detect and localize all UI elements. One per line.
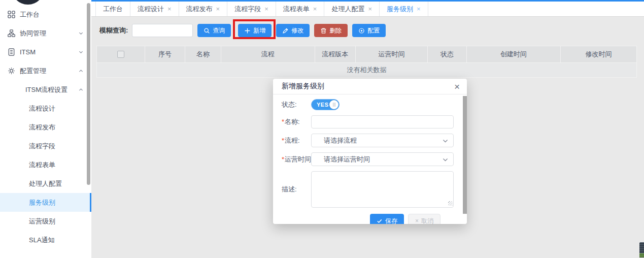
sidebar-nav: 工作台 协同管理 ITSM (0, 0, 91, 249)
org-icon (7, 29, 15, 38)
sidebar-item-flow-forms[interactable]: 流程表单 (0, 155, 91, 174)
op-time-select[interactable]: 请选择运营时间 (311, 152, 454, 166)
sidebar: 工作台 协同管理 ITSM (0, 0, 91, 258)
close-icon[interactable]: × (167, 6, 172, 12)
sidebar-item-label: ITSM流程设置 (25, 85, 67, 94)
toolbar: 模糊查询: 查询 新增 (91, 17, 644, 37)
tab-label: 流程发布 (186, 5, 213, 14)
sidebar-item-label: 配置管理 (20, 67, 46, 76)
op-time-label: *运营时间: (282, 155, 311, 164)
column-header-created: 创建时间 (466, 46, 560, 63)
close-icon[interactable]: × (264, 6, 268, 12)
tab-flow-forms[interactable]: 流程表单 × (276, 2, 325, 16)
flow-select-placeholder: 请选择流程 (324, 136, 357, 145)
description-field-row: 描述: (282, 171, 454, 208)
config-button[interactable]: 配置 (352, 24, 386, 37)
sidebar-item-label: 流程设计 (29, 104, 55, 113)
delete-button[interactable]: 删除 (314, 24, 348, 37)
sidebar-item-flow-design[interactable]: 流程设计 (0, 99, 91, 118)
op-time-select-placeholder: 请选择运营时间 (324, 155, 370, 164)
tab-label: 流程字段 (234, 5, 261, 14)
close-icon[interactable]: × (368, 6, 372, 12)
status-label: 状态: (282, 100, 311, 109)
sidebar-item-sla-notify[interactable]: SLA通知 (0, 231, 91, 249)
chevron-down-icon (442, 138, 449, 144)
sidebar-item-collaboration[interactable]: 协同管理 (0, 24, 91, 43)
edit-button[interactable]: 修改 (276, 24, 310, 37)
cancel-button[interactable]: × 取消 (408, 214, 440, 224)
document-icon (7, 48, 15, 56)
tab-label: 流程表单 (283, 5, 310, 14)
sidebar-item-operation-level[interactable]: 运营级别 (0, 212, 91, 231)
sidebar-item-itsm[interactable]: ITSM (0, 43, 91, 61)
close-icon[interactable]: × (417, 6, 421, 12)
sidebar-item-label: ITSM (20, 48, 36, 56)
save-button[interactable]: 保存 (370, 214, 404, 224)
status-toggle[interactable]: YES (311, 99, 340, 110)
fuzzy-search-label: 模糊查询: (99, 26, 128, 35)
chevron-up-icon (78, 87, 84, 92)
close-icon[interactable]: × (313, 6, 317, 12)
column-header-op-time: 运营时间 (355, 46, 428, 63)
tab-label: 服务级别 (387, 5, 413, 14)
sidebar-item-label: 运营级别 (29, 217, 55, 226)
search-icon (204, 27, 210, 34)
sidebar-item-label: 协同管理 (20, 29, 46, 38)
sidebar-item-label: 流程字段 (29, 142, 55, 151)
trash-icon (320, 27, 327, 34)
tab-workbench[interactable]: 工作台 (95, 2, 130, 16)
description-label: 描述: (282, 185, 311, 194)
description-textarea[interactable] (311, 171, 454, 208)
flow-select[interactable]: 请选择流程 (311, 134, 454, 147)
sidebar-item-itsm-flow-settings[interactable]: ITSM流程设置 (0, 80, 91, 99)
select-all-checkbox[interactable] (117, 51, 124, 58)
plus-icon (244, 27, 251, 34)
sidebar-item-workbench[interactable]: 工作台 (0, 5, 91, 24)
pencil-icon (282, 27, 289, 34)
sidebar-item-label: SLA通知 (29, 236, 55, 245)
sidebar-item-label: 流程表单 (29, 160, 55, 170)
close-icon[interactable]: × (216, 6, 220, 12)
grid-icon (7, 11, 15, 19)
sidebar-item-label: 工作台 (20, 10, 40, 19)
tab-handler-config[interactable]: 处理人配置 × (324, 2, 380, 16)
sidebar-item-config-mgmt[interactable]: 配置管理 (0, 61, 91, 80)
chevron-down-icon (78, 30, 84, 36)
query-button[interactable]: 查询 (197, 24, 231, 37)
toggle-knob (329, 100, 338, 109)
tab-flow-design[interactable]: 流程设计 × (130, 2, 179, 16)
column-header-flow: 流程 (221, 46, 315, 63)
sidebar-item-service-level[interactable]: 服务级别 (0, 193, 91, 212)
empty-row: 没有相关数据 (97, 63, 637, 78)
tab-service-level[interactable]: 服务级别 × (380, 2, 428, 16)
sidebar-item-label: 处理人配置 (29, 179, 62, 188)
tab-bar: 工作台 流程设计 × 流程发布 × 流程字段 × 流程表单 × 处理人配置 × … (91, 2, 644, 17)
corner-widget[interactable] (639, 242, 644, 257)
resize-grip-icon[interactable] (448, 201, 453, 206)
sidebar-item-label: 服务级别 (29, 198, 55, 207)
name-input[interactable] (311, 115, 454, 128)
tab-label: 流程设计 (138, 5, 164, 14)
add-service-level-modal: 新增服务级别 × 状态: YES *名称: *流程: 请选择流程 (273, 79, 467, 224)
sidebar-item-handler-config[interactable]: 处理人配置 (0, 174, 91, 193)
sidebar-item-label: 流程发布 (29, 123, 55, 132)
column-header-modified: 修改时间 (560, 46, 636, 63)
modal-scrollbar[interactable] (463, 96, 467, 214)
modal-header: 新增服务级别 × (273, 79, 467, 94)
x-icon: × (415, 217, 419, 224)
sidebar-item-flow-publish[interactable]: 流程发布 (0, 118, 91, 137)
modal-body: 状态: YES *名称: *流程: 请选择流程 *运营时间: (273, 94, 467, 224)
tab-label: 工作台 (103, 5, 123, 14)
fuzzy-search-input[interactable] (132, 24, 193, 37)
close-icon[interactable]: × (454, 82, 460, 91)
name-label: *名称: (282, 117, 311, 126)
name-field-row: *名称: (282, 115, 454, 128)
column-header-flow-version: 流程版本 (315, 46, 355, 63)
sidebar-item-flow-fields[interactable]: 流程字段 (0, 137, 91, 155)
add-button[interactable]: 新增 (238, 24, 272, 37)
chevron-down-icon (442, 156, 449, 163)
tab-flow-fields[interactable]: 流程字段 × (227, 2, 276, 16)
modal-footer: 保存 × 取消 (282, 214, 454, 224)
tab-flow-publish[interactable]: 流程发布 × (179, 2, 228, 16)
status-field-row: 状态: YES (282, 99, 454, 110)
